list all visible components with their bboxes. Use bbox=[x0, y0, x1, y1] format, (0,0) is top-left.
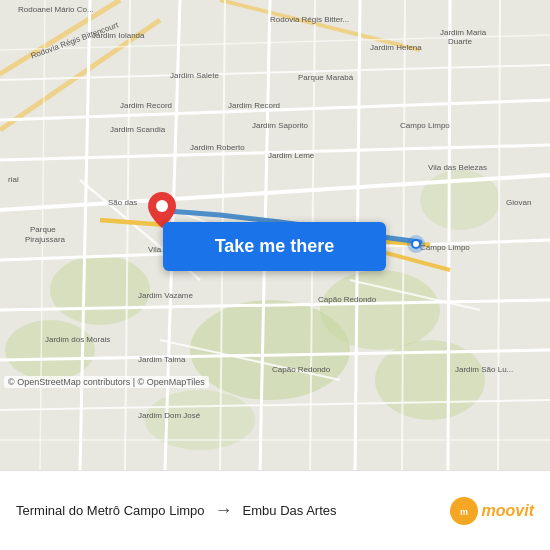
svg-text:Campo Limpo: Campo Limpo bbox=[420, 243, 470, 252]
svg-text:Jardim Salete: Jardim Salete bbox=[170, 71, 219, 80]
route-to: Embu Das Artes bbox=[243, 503, 337, 518]
svg-text:Vila das Belezas: Vila das Belezas bbox=[428, 163, 487, 172]
take-me-there-button[interactable]: Take me there bbox=[163, 222, 386, 271]
svg-text:Parque: Parque bbox=[30, 225, 56, 234]
svg-text:Pirajussara: Pirajussara bbox=[25, 235, 66, 244]
moovit-icon: m bbox=[450, 497, 478, 525]
svg-point-3 bbox=[50, 255, 150, 325]
svg-text:Giovan: Giovan bbox=[506, 198, 531, 207]
svg-text:Jardim Vazame: Jardim Vazame bbox=[138, 291, 194, 300]
map-container: Rodoanel Mário Co... Rodovia Régis Bitte… bbox=[0, 0, 550, 470]
svg-point-72 bbox=[413, 241, 419, 247]
map-attribution: © OpenStreetMap contributors | © OpenMap… bbox=[4, 376, 209, 388]
svg-point-6 bbox=[145, 390, 255, 450]
svg-text:Jardim Iolanda: Jardim Iolanda bbox=[92, 31, 145, 40]
route-from: Terminal do Metrô Campo Limpo bbox=[16, 503, 205, 518]
svg-text:Jardim Scandia: Jardim Scandia bbox=[110, 125, 166, 134]
svg-point-69 bbox=[156, 200, 168, 212]
svg-text:Duarte: Duarte bbox=[448, 37, 473, 46]
moovit-text: moovit bbox=[482, 502, 534, 520]
bottom-bar: Terminal do Metrô Campo Limpo → Embu Das… bbox=[0, 470, 550, 550]
take-me-there-label: Take me there bbox=[215, 236, 335, 257]
svg-text:Jardim Record: Jardim Record bbox=[120, 101, 172, 110]
svg-text:Jardim Record: Jardim Record bbox=[228, 101, 280, 110]
svg-text:Capão Redondo: Capão Redondo bbox=[318, 295, 377, 304]
svg-text:Jardim Talma: Jardim Talma bbox=[138, 355, 186, 364]
svg-text:Jardim Saporito: Jardim Saporito bbox=[252, 121, 309, 130]
svg-text:Jardim Roberto: Jardim Roberto bbox=[190, 143, 245, 152]
svg-text:Jardim dos Morais: Jardim dos Morais bbox=[45, 335, 110, 344]
svg-text:m: m bbox=[460, 507, 468, 517]
origin-marker bbox=[407, 235, 425, 253]
svg-line-21 bbox=[448, 0, 450, 470]
svg-text:Jardim Helena: Jardim Helena bbox=[370, 43, 422, 52]
svg-text:Jardim Maria: Jardim Maria bbox=[440, 28, 487, 37]
svg-text:Jardim São Lu...: Jardim São Lu... bbox=[455, 365, 513, 374]
svg-text:Jardim Dom José: Jardim Dom José bbox=[138, 411, 201, 420]
svg-text:Campo Limpo: Campo Limpo bbox=[400, 121, 450, 130]
svg-text:Rodovia Régis Bitter...: Rodovia Régis Bitter... bbox=[270, 15, 349, 24]
svg-text:Jardim Leme: Jardim Leme bbox=[268, 151, 315, 160]
route-info: Terminal do Metrô Campo Limpo → Embu Das… bbox=[16, 500, 450, 521]
moovit-logo: m moovit bbox=[450, 497, 534, 525]
svg-text:Parque Marabá: Parque Marabá bbox=[298, 73, 354, 82]
svg-text:Rodoanel Mário Co...: Rodoanel Mário Co... bbox=[18, 5, 94, 14]
svg-text:Vila: Vila bbox=[148, 245, 162, 254]
svg-point-2 bbox=[320, 270, 440, 350]
svg-text:Capão Redondo: Capão Redondo bbox=[272, 365, 331, 374]
route-arrow: → bbox=[215, 500, 233, 521]
svg-text:rial: rial bbox=[8, 175, 19, 184]
svg-text:São das: São das bbox=[108, 198, 137, 207]
